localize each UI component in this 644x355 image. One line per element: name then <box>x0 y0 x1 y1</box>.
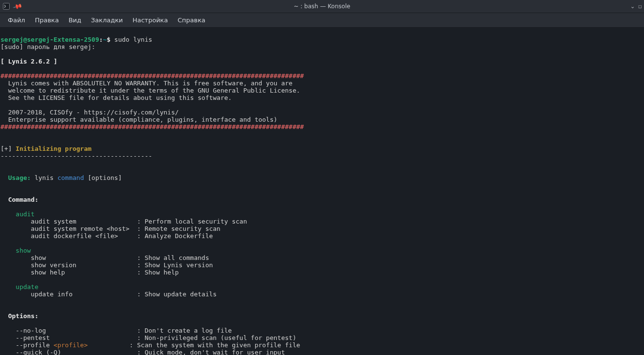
usage-text: lynis <box>31 174 58 181</box>
prompt-dollar: $ <box>107 36 114 43</box>
titlebar-left: 📌 <box>0 3 21 10</box>
menubar: Файл Правка Вид Закладки Настройка Справ… <box>0 13 644 28</box>
menu-bookmarks[interactable]: Закладки <box>86 14 128 27</box>
maximize-icon[interactable]: ◇ <box>636 2 644 11</box>
sudo-prompt: [sudo] пароль для sergej: <box>0 43 95 50</box>
option-no-log: --no-log : Don't create a log file <box>0 327 232 334</box>
menu-settings[interactable]: Настройка <box>127 14 173 27</box>
banner-line-5: Enterprise support available (compliance… <box>0 116 277 123</box>
menu-edit[interactable]: Правка <box>30 14 63 27</box>
options-header: Options: <box>0 312 38 320</box>
update-title: update <box>0 283 38 290</box>
svg-rect-0 <box>3 3 10 10</box>
typed-command: sudo lynis <box>114 36 152 43</box>
titlebar-controls: ⌄ ◇ <box>630 3 642 10</box>
show-line-3: show help : Show help <box>0 269 179 276</box>
audit-title: audit <box>0 210 34 218</box>
banner-line-4: 2007-2018, CISOfy - https://cisofy.com/l… <box>0 109 179 116</box>
menu-view[interactable]: Вид <box>63 14 86 27</box>
show-line-1: show : Show all commands <box>0 254 209 261</box>
init-bracket: [+] <box>0 145 16 152</box>
banner-line-2: welcome to redistribute it under the ter… <box>0 87 300 94</box>
audit-line-2: audit system remote <host> : Remote secu… <box>0 225 220 232</box>
lynis-version: [ Lynis 2.6.2 ] <box>0 58 57 65</box>
option-pentest: --pentest : Non-privileged scan (useful … <box>0 334 296 341</box>
prompt-path: ~ <box>103 36 107 43</box>
banner-hash-bottom: ########################################… <box>0 123 304 130</box>
banner-hash-top: ########################################… <box>0 72 304 80</box>
pin-icon[interactable]: 📌 <box>12 1 22 12</box>
menu-file[interactable]: Файл <box>3 14 30 27</box>
prompt-userhost: sergej@sergej-Extensa-2509 <box>0 36 99 43</box>
init-text: Initializing program <box>16 145 92 152</box>
terminal-output[interactable]: sergej@sergej-Extensa-2509:~$ sudo lynis… <box>0 28 644 355</box>
titlebar: 📌 ~ : bash — Konsole ⌄ ◇ <box>0 0 644 13</box>
usage-label: Usage: <box>8 174 31 181</box>
init-dashes: ---------------------------------------- <box>0 152 152 160</box>
show-line-2: show version : Show Lynis version <box>0 261 213 269</box>
audit-line-1: audit system : Perform local security sc… <box>0 218 247 225</box>
terminal-icon <box>3 3 10 10</box>
show-title: show <box>0 247 31 254</box>
usage-options: [options] <box>84 174 122 181</box>
option-profile-arg: <profile> <box>54 341 88 349</box>
banner-line-1: Lynis comes with ABSOLUTELY NO WARRANTY.… <box>0 80 293 87</box>
command-header: Command: <box>0 196 38 203</box>
update-line-1: update info : Show update details <box>0 290 217 298</box>
banner-line-3: See the LICENSE file for details about u… <box>0 94 232 101</box>
option-profile-a: --profile <box>0 341 54 349</box>
window-title: ~ : bash — Konsole <box>294 3 350 10</box>
usage-command: command <box>57 174 84 181</box>
audit-line-3: audit dockerfile <file> : Analyze Docker… <box>0 232 213 240</box>
menu-help[interactable]: Справка <box>173 14 210 27</box>
minimize-icon[interactable]: ⌄ <box>630 3 635 10</box>
option-profile-b: : Scan the system with the given profile… <box>88 341 300 349</box>
option-quick: --quick (-Q) : Quick mode, don't wait fo… <box>0 349 285 355</box>
